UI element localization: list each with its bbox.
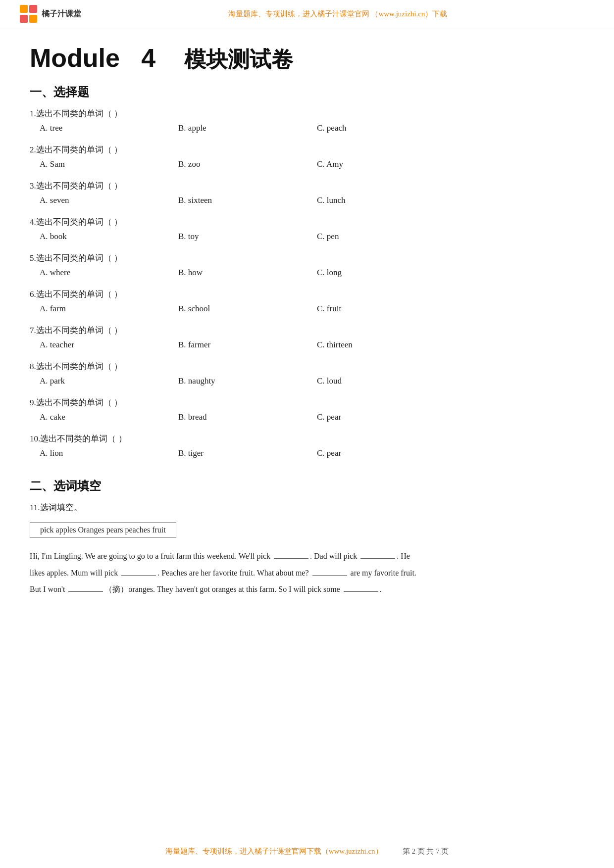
option-1-B: B. apple <box>178 123 317 133</box>
question-options-10: A. lionB. tigerC. pear <box>30 448 584 458</box>
blank-1[interactable] <box>274 558 308 559</box>
question-7: 7.选出不同类的单词（ ）A. teacherB. farmerC. thirt… <box>30 325 584 350</box>
footer-tagline: 海量题库、专项训练，进入橘子汁课堂官网下载（www.juzizhi.cn） <box>165 847 383 856</box>
logo-icon <box>20 5 38 23</box>
option-8-B: B. naughty <box>178 376 317 386</box>
option-2-B: B. zoo <box>178 159 317 169</box>
question-options-9: A. cakeB. breadC. pear <box>30 412 584 422</box>
question-prompt-3: 3.选出不同类的单词（ ） <box>30 180 584 192</box>
option-1-A: A. tree <box>40 123 178 133</box>
option-4-C: C. pen <box>317 232 456 241</box>
fill-part-2: likes apples. Mum will pick . Peaches ar… <box>30 569 416 577</box>
question-prompt-8: 8.选出不同类的单词（ ） <box>30 361 584 372</box>
question-prompt-10: 10.选出不同类的单词（ ） <box>30 433 584 444</box>
question-2: 2.选出不同类的单词（ ）A. SamB. zooC. Amy <box>30 144 584 169</box>
option-1-C: C. peach <box>317 123 456 133</box>
section2: 二、选词填空 11.选词填空。 pick apples Oranges pear… <box>30 478 584 598</box>
blank-5[interactable] <box>68 591 103 592</box>
fill-part-3: But I won't （摘）oranges. They haven't got… <box>30 585 382 593</box>
section2-question-label: 11.选词填空。 <box>30 502 584 513</box>
option-3-A: A. seven <box>40 195 178 205</box>
blank-4[interactable] <box>312 575 347 576</box>
question-5: 5.选出不同类的单词（ ）A. whereB. howC. long <box>30 252 584 278</box>
module-number: 4 <box>141 44 155 72</box>
option-6-C: C. fruit <box>317 304 456 314</box>
question-options-3: A. sevenB. sixteenC. lunch <box>30 195 584 205</box>
page-total: 7 <box>436 847 440 855</box>
option-3-B: B. sixteen <box>178 195 317 205</box>
question-options-5: A. whereB. howC. long <box>30 268 584 278</box>
option-10-B: B. tiger <box>178 448 317 458</box>
option-2-C: C. Amy <box>317 159 456 169</box>
question-options-8: A. parkB. naughtyC. loud <box>30 376 584 386</box>
question-prompt-6: 6.选出不同类的单词（ ） <box>30 289 584 300</box>
option-4-B: B. toy <box>178 232 317 241</box>
blank-3[interactable] <box>121 575 156 576</box>
page-current: 2 <box>411 847 415 855</box>
option-5-A: A. where <box>40 268 178 278</box>
question-options-6: A. farmB. schoolC. fruit <box>30 304 584 314</box>
option-9-A: A. cake <box>40 412 178 422</box>
question-prompt-9: 9.选出不同类的单词（ ） <box>30 397 584 408</box>
question-prompt-4: 4.选出不同类的单词（ ） <box>30 216 584 228</box>
question-prompt-5: 5.选出不同类的单词（ ） <box>30 252 584 264</box>
module-title: Module 4 模块测试卷 <box>30 43 584 74</box>
option-6-B: B. school <box>178 304 317 314</box>
page-header: 橘子汁课堂 海量题库、专项训练，进入橘子汁课堂官网 （www.juzizhi.c… <box>0 0 614 28</box>
option-2-A: A. Sam <box>40 159 178 169</box>
option-10-C: C. pear <box>317 448 456 458</box>
question-6: 6.选出不同类的单词（ ）A. farmB. schoolC. fruit <box>30 289 584 314</box>
option-10-A: A. lion <box>40 448 178 458</box>
footer-website: www.juzizhi.cn <box>329 847 375 855</box>
tagline-text: 海量题库、专项训练，进入橘子汁课堂官网 <box>228 10 369 18</box>
word-box: pick apples Oranges pears peaches fruit <box>30 522 176 538</box>
question-9: 9.选出不同类的单词（ ）A. cakeB. breadC. pear <box>30 397 584 422</box>
logo-text: 橘子汁课堂 <box>42 9 81 19</box>
question-prompt-1: 1.选出不同类的单词（ ） <box>30 108 584 119</box>
option-9-C: C. pear <box>317 412 456 422</box>
option-4-A: A. book <box>40 232 178 241</box>
option-6-A: A. farm <box>40 304 178 314</box>
question-1: 1.选出不同类的单词（ ）A. treeB. appleC. peach <box>30 108 584 133</box>
tagline-website: （www.juzizhi.cn）下载 <box>371 10 447 18</box>
page-info: 第 2 页 共 7 页 <box>403 847 449 856</box>
option-8-A: A. park <box>40 376 178 386</box>
option-7-B: B. farmer <box>178 340 317 350</box>
option-3-C: C. lunch <box>317 195 456 205</box>
option-8-C: C. loud <box>317 376 456 386</box>
section1-header: 一、选择题 <box>30 84 584 100</box>
question-prompt-7: 7.选出不同类的单词（ ） <box>30 325 584 336</box>
option-7-C: C. thirteen <box>317 340 456 350</box>
fill-part-1: Hi, I'm Lingling. We are going to go to … <box>30 552 410 560</box>
blank-2[interactable] <box>360 558 395 559</box>
option-7-A: A. teacher <box>40 340 178 350</box>
question-prompt-2: 2.选出不同类的单词（ ） <box>30 144 584 155</box>
question-3: 3.选出不同类的单词（ ）A. sevenB. sixteenC. lunch <box>30 180 584 205</box>
option-5-B: B. how <box>178 268 317 278</box>
question-options-1: A. treeB. appleC. peach <box>30 123 584 133</box>
option-9-B: B. bread <box>178 412 317 422</box>
blank-6[interactable] <box>344 591 378 592</box>
question-8: 8.选出不同类的单词（ ）A. parkB. naughtyC. loud <box>30 361 584 386</box>
question-options-2: A. SamB. zooC. Amy <box>30 159 584 169</box>
option-5-C: C. long <box>317 268 456 278</box>
fill-text: Hi, I'm Lingling. We are going to go to … <box>30 548 584 598</box>
module-title-cn: 模块测试卷 <box>184 47 293 71</box>
page-footer: 海量题库、专项训练，进入橘子汁课堂官网下载（www.juzizhi.cn） 第 … <box>0 847 614 856</box>
header-tagline: 海量题库、专项训练，进入橘子汁课堂官网 （www.juzizhi.cn）下载 <box>81 9 594 19</box>
question-options-7: A. teacherB. farmerC. thirteen <box>30 340 584 350</box>
module-title-en: Module <box>30 44 120 72</box>
section2-header: 二、选词填空 <box>30 478 584 494</box>
question-options-4: A. bookB. toyC. pen <box>30 232 584 241</box>
questions-container: 1.选出不同类的单词（ ）A. treeB. appleC. peach2.选出… <box>30 108 584 458</box>
question-4: 4.选出不同类的单词（ ）A. bookB. toyC. pen <box>30 216 584 241</box>
page-content: Module 4 模块测试卷 一、选择题 1.选出不同类的单词（ ）A. tre… <box>0 28 614 627</box>
question-10: 10.选出不同类的单词（ ）A. lionB. tigerC. pear <box>30 433 584 458</box>
